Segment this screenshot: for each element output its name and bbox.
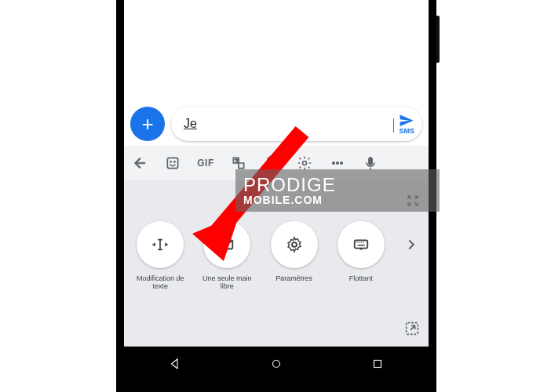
option-text-edit[interactable]: Modification de texte	[130, 221, 191, 290]
gif-button[interactable]: GIF	[196, 154, 215, 172]
send-label: SMS	[399, 128, 414, 135]
phone-frame: + Je SMS GIF	[116, 0, 436, 392]
svg-point-6	[303, 162, 307, 165]
send-icon	[399, 113, 414, 129]
chevron-right-icon[interactable]	[400, 234, 422, 256]
popout-icon[interactable]	[403, 320, 421, 337]
settings-toolbar-icon[interactable]	[295, 154, 314, 172]
send-button[interactable]: SMS	[399, 113, 414, 135]
clipboard-icon[interactable]	[262, 154, 281, 172]
svg-point-9	[340, 162, 342, 164]
back-icon[interactable]	[130, 154, 149, 172]
keyboard-icon	[338, 221, 385, 268]
message-input[interactable]: Je	[184, 117, 392, 131]
svg-rect-0	[167, 158, 177, 168]
svg-point-2	[173, 161, 175, 162]
translate-icon[interactable]: 文	[229, 154, 248, 172]
svg-point-7	[332, 162, 334, 164]
add-attachment-button[interactable]: +	[130, 107, 165, 141]
svg-line-12	[221, 241, 233, 249]
app-body: + Je SMS GIF	[124, 0, 429, 347]
keyboard-options-row: Modification de texte Une seule main lib…	[124, 221, 397, 290]
nav-back-button[interactable]	[168, 357, 182, 374]
one-handed-icon	[203, 221, 250, 268]
nav-recent-button[interactable]	[370, 357, 385, 374]
mic-icon[interactable]	[361, 154, 380, 172]
text-cursor-icon	[137, 221, 184, 268]
more-icon[interactable]	[328, 154, 347, 172]
svg-rect-14	[355, 241, 368, 249]
svg-rect-22	[374, 361, 381, 368]
nav-home-button[interactable]	[269, 357, 283, 374]
option-one-handed[interactable]: Une seule main libre	[196, 221, 257, 290]
sticker-icon[interactable]	[163, 154, 182, 172]
expand-icon[interactable]	[405, 193, 421, 209]
phone-side-button	[436, 16, 440, 63]
svg-text:文: 文	[235, 158, 239, 163]
keyboard-toolbar: GIF 文	[124, 146, 429, 180]
svg-point-13	[292, 242, 297, 247]
svg-point-8	[336, 162, 338, 164]
option-label: Paramètres	[276, 274, 312, 282]
option-label: Modification de texte	[130, 274, 191, 290]
option-settings[interactable]: Paramètres	[264, 221, 325, 290]
keyboard-panel: GIF 文	[124, 146, 429, 347]
option-label: Flottant	[349, 274, 373, 282]
svg-rect-10	[369, 158, 373, 165]
option-floating[interactable]: Flottant	[330, 221, 392, 290]
phone-screen: + Je SMS GIF	[124, 0, 429, 384]
message-input-container[interactable]: Je SMS	[171, 107, 422, 141]
android-nav-bar	[124, 347, 429, 384]
option-label: Une seule main libre	[196, 274, 257, 290]
gear-icon	[271, 221, 318, 268]
svg-point-21	[272, 361, 279, 368]
compose-row: + Je SMS	[124, 102, 429, 146]
svg-point-1	[170, 161, 171, 162]
plus-icon: +	[141, 112, 153, 136]
